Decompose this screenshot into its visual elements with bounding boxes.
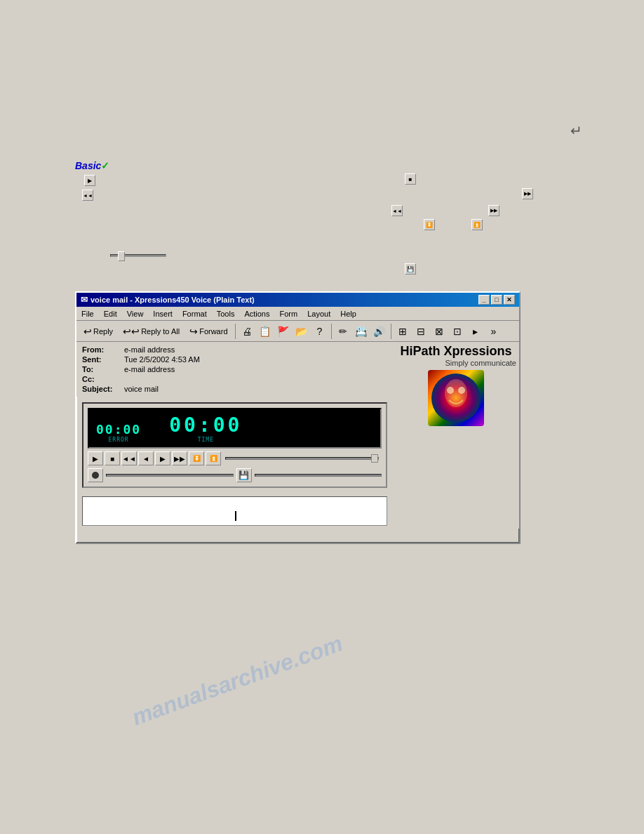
reply-all-button[interactable]: ↩↩ Reply to All (119, 323, 184, 340)
menu-format[interactable]: Format (180, 309, 209, 319)
email-window: ✉ voice mail - Xpressions450 Voice (Plai… (75, 291, 521, 544)
menu-edit[interactable]: Edit (102, 309, 119, 319)
slider-track (110, 254, 166, 257)
slider-thumb[interactable] (371, 454, 378, 463)
overflow-button[interactable]: » (485, 323, 502, 340)
eject-up-button[interactable]: ⏫ (206, 451, 221, 465)
minimize-button[interactable]: _ (478, 295, 490, 305)
reply-label: Reply (93, 327, 113, 336)
reply-all-icon: ↩↩ (123, 326, 140, 337)
to-value: e-mail address (124, 365, 175, 373)
sent-value: Tue 2/5/2002 4:53 AM (124, 355, 200, 364)
player-save-button[interactable]: 💾 (236, 468, 252, 482)
scatter-eject-down-button[interactable]: ⏬ (424, 219, 435, 230)
rewind-button[interactable]: ◄◄ (121, 451, 137, 465)
speaker-button[interactable]: 🔊 (371, 323, 388, 340)
sent-label: Sent: (82, 355, 124, 364)
back-button[interactable]: ◄ (138, 451, 154, 465)
move-button[interactable]: 📂 (293, 323, 310, 340)
menu-help[interactable]: Help (338, 309, 358, 319)
window-title: voice mail - Xpressions450 Voice (Plain … (90, 296, 255, 304)
menu-form[interactable]: Form (277, 309, 300, 319)
to-label: To: (82, 365, 124, 373)
title-bar-title: ✉ voice mail - Xpressions450 Voice (Plai… (81, 295, 255, 305)
flag-button[interactable]: 🚩 (275, 323, 292, 340)
forward-button[interactable]: ↪ Forward (185, 323, 232, 340)
scatter-save-button[interactable]: 💾 (405, 263, 416, 274)
reply-icon: ↩ (83, 326, 92, 337)
scatter-play-button[interactable]: ▶ (84, 175, 95, 186)
scatter-stop-button[interactable]: ■ (405, 173, 416, 185)
menu-view[interactable]: View (125, 309, 146, 319)
counter-label: ERROR (109, 437, 129, 443)
print-button[interactable]: 🖨 (239, 323, 255, 340)
player-counter: 00:00 ERROR (96, 422, 141, 443)
extra5-button[interactable]: ▸ (467, 323, 484, 340)
record-dot (92, 472, 99, 479)
address-button[interactable]: 📇 (353, 323, 370, 340)
header-subject-row: Subject: voice mail (82, 384, 387, 394)
separator-3 (391, 324, 391, 339)
player-bottom-track (106, 474, 234, 477)
scatter-eject-up-button[interactable]: ⏫ (471, 219, 483, 230)
voicemail-player: 00:00 ERROR 00:00 TIME ▶ ■ ◄◄ ◄ ▶ ▶▶ (82, 402, 387, 488)
scatter-fastforward-button[interactable]: ▶▶ (522, 188, 533, 199)
hipath-logo-image (428, 370, 484, 426)
email-main-area: From: e-mail address Sent: Tue 2/5/2002 … (76, 342, 393, 529)
player-display: 00:00 ERROR 00:00 TIME (88, 408, 382, 449)
email-icon: ✉ (81, 295, 88, 305)
extra1-button[interactable]: ⊞ (394, 323, 411, 340)
svg-point-2 (447, 387, 454, 394)
close-button[interactable]: ✕ (504, 295, 515, 305)
restore-button[interactable]: □ (491, 295, 502, 305)
email-body[interactable] (82, 496, 387, 526)
scatter-ff2-button[interactable]: ▶▶ (488, 205, 499, 216)
email-header: From: e-mail address Sent: Tue 2/5/2002 … (76, 342, 393, 397)
help-button[interactable]: ? (311, 323, 328, 340)
header-to-row: To: e-mail address (82, 364, 387, 374)
menu-tools[interactable]: Tools (215, 309, 237, 319)
subject-label: Subject: (82, 385, 124, 393)
player-bottom-track2 (255, 474, 382, 477)
from-label: From: (82, 345, 124, 354)
header-sent-row: Sent: Tue 2/5/2002 4:53 AM (82, 355, 387, 364)
eject-down-button[interactable]: ⏬ (189, 451, 204, 465)
player-time-display: 00:00 TIME (169, 413, 242, 443)
player-progress-slider[interactable] (225, 457, 379, 460)
hipath-title: HiPath Xpressions (400, 345, 511, 359)
extra3-button[interactable]: ⊠ (431, 323, 448, 340)
forward-icon: ↪ (189, 326, 198, 337)
copy-button[interactable]: 📋 (257, 323, 274, 340)
slider-thumb[interactable] (118, 251, 125, 261)
scatter-rewind2-button[interactable]: ◄◄ (391, 205, 403, 216)
extra2-button[interactable]: ⊟ (412, 323, 429, 340)
time-value: 00:00 (169, 413, 242, 437)
time-label: TIME (198, 437, 214, 443)
menu-actions[interactable]: Actions (242, 309, 271, 319)
separator-1 (235, 324, 236, 339)
extra4-button[interactable]: ⊡ (449, 323, 466, 340)
player-bottom-controls: 💾 (88, 468, 382, 482)
play-button[interactable]: ▶ (88, 451, 103, 465)
forward-label: Forward (199, 327, 227, 336)
stop-button[interactable]: ■ (105, 451, 120, 465)
pencil-button[interactable]: ✏ (335, 323, 351, 340)
from-value: e-mail address (124, 345, 175, 354)
record-button[interactable] (88, 468, 103, 482)
basic-label: Basic✓ (75, 160, 109, 171)
forward-step-button[interactable]: ▶ (155, 451, 170, 465)
reply-all-label: Reply to All (141, 327, 180, 336)
scatter-slider[interactable] (110, 249, 166, 263)
reply-button[interactable]: ↩ Reply (79, 323, 117, 340)
menu-insert[interactable]: Insert (151, 309, 175, 319)
separator-2 (331, 324, 332, 339)
fast-forward-button[interactable]: ▶▶ (172, 451, 187, 465)
scatter-rewind-button[interactable]: ◄◄ (82, 190, 93, 201)
counter-value: 00:00 (96, 422, 141, 437)
menu-layout[interactable]: Layout (305, 309, 333, 319)
text-cursor (235, 511, 236, 521)
title-bar: ✉ voice mail - Xpressions450 Voice (Plai… (76, 293, 519, 307)
menu-file[interactable]: File (79, 309, 96, 319)
player-controls: ▶ ■ ◄◄ ◄ ▶ ▶▶ ⏬ ⏫ (88, 451, 382, 465)
hipath-subtitle: Simply communicate (396, 359, 516, 367)
